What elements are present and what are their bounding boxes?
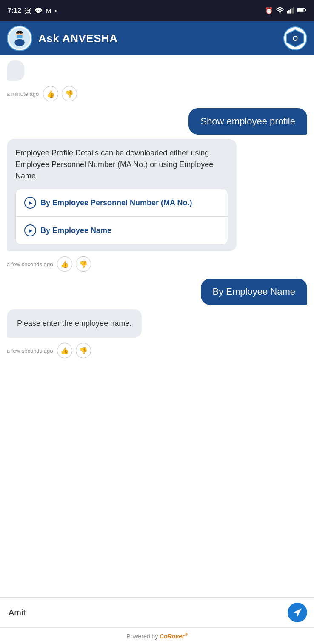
svg-rect-5: [293, 7, 294, 13]
option-label-2: By Employee Name: [40, 226, 111, 235]
svg-rect-4: [291, 8, 293, 14]
app-title: Ask ANVESHA: [38, 32, 118, 45]
timestamp-1: a minute ago: [7, 91, 39, 97]
bot-bubble-2: Please enter the employee name.: [7, 309, 142, 338]
thumbs-down-btn-2[interactable]: 👎: [76, 256, 91, 272]
status-time: 7:12: [8, 7, 21, 14]
timestamp-2: a few seconds ago: [7, 261, 53, 267]
svg-point-13: [17, 33, 19, 34]
bot-message-1-text: Employee Profile Details can be download…: [15, 147, 228, 182]
options-card: By Employee Personnel Number (MA No.) By…: [15, 189, 228, 244]
option-circle-2: [24, 224, 36, 236]
powered-text: Powered by: [126, 633, 160, 640]
user-bubble-1: Show employee profile: [188, 108, 307, 135]
thumbs-down-btn-3[interactable]: 👎: [76, 343, 91, 358]
feedback-icons-1[interactable]: 👍 👎: [43, 86, 77, 101]
feedback-icons-3[interactable]: 👍 👎: [57, 343, 91, 358]
status-right: ⏰: [265, 7, 306, 15]
option-label-1: By Employee Personnel Number (MA No.): [40, 198, 192, 207]
user-message-1: Show employee profile: [200, 116, 295, 126]
image-icon: 🖼: [25, 7, 31, 14]
brand-name: CoRover®: [160, 633, 188, 640]
thumbs-up-btn-2[interactable]: 👍: [57, 256, 72, 272]
status-left: 7:12 🖼 💬 M •: [8, 7, 57, 14]
signal-icon: [287, 7, 294, 15]
message-icon: 💬: [34, 7, 43, 14]
chat-area: a minute ago 👍 👎 Show employee profile E…: [0, 55, 314, 597]
company-logo: O: [283, 26, 307, 50]
alarm-icon: ⏰: [265, 7, 273, 14]
timestamp-3: a few seconds ago: [7, 348, 53, 354]
bot-bubble-truncated: [7, 60, 24, 81]
feedback-row-1: a minute ago 👍 👎: [7, 86, 307, 101]
svg-rect-1: [287, 12, 288, 14]
svg-point-0: [280, 12, 281, 14]
status-bar: 7:12 🖼 💬 M • ⏰: [0, 0, 314, 21]
svg-rect-11: [17, 35, 22, 38]
feedback-row-2: a few seconds ago 👍 👎: [7, 256, 307, 272]
svg-point-12: [14, 39, 24, 46]
dot-indicator: •: [55, 7, 57, 14]
footer: Powered by CoRover®: [0, 627, 314, 644]
message-input[interactable]: [7, 605, 283, 620]
avatar: [7, 26, 32, 51]
option-circle-1: [24, 197, 36, 209]
svg-rect-8: [305, 9, 306, 11]
wifi-icon: [276, 7, 284, 15]
option-by-employee-name[interactable]: By Employee Name: [16, 217, 228, 244]
input-area: [0, 597, 314, 627]
option-by-personnel-number[interactable]: By Employee Personnel Number (MA No.): [16, 189, 228, 217]
battery-icon: [297, 7, 306, 14]
svg-rect-2: [288, 10, 290, 14]
header-left: Ask ANVESHA: [7, 26, 118, 51]
send-button[interactable]: [288, 603, 307, 622]
thumbs-up-btn-1[interactable]: 👍: [43, 86, 58, 101]
thumbs-up-btn-3[interactable]: 👍: [57, 343, 72, 358]
user-bubble-2: By Employee Name: [201, 279, 307, 305]
bot-message-2-text: Please enter the employee name.: [17, 319, 131, 328]
feedback-row-3: a few seconds ago 👍 👎: [7, 343, 307, 358]
svg-point-14: [20, 33, 22, 34]
svg-rect-3: [290, 9, 291, 14]
svg-text:O: O: [293, 35, 298, 42]
registered-symbol: ®: [184, 632, 187, 637]
thumbs-down-btn-1[interactable]: 👎: [62, 86, 77, 101]
user-message-2: By Employee Name: [213, 286, 295, 297]
bot-bubble-1: Employee Profile Details can be download…: [7, 139, 237, 251]
feedback-icons-2[interactable]: 👍 👎: [57, 256, 91, 272]
gmail-icon: M: [46, 7, 51, 14]
svg-rect-7: [297, 9, 304, 12]
app-header: Ask ANVESHA O: [0, 21, 314, 55]
